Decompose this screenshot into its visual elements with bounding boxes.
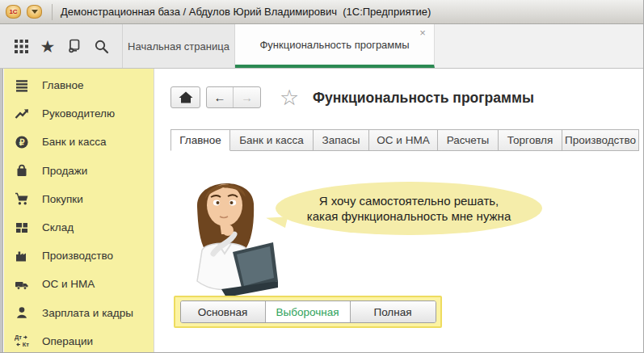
close-icon[interactable]: × — [417, 27, 428, 39]
back-arrow-icon: ← — [214, 90, 226, 104]
quick-toolbar: ★ — [0, 24, 123, 68]
home-button[interactable] — [170, 86, 200, 108]
section-panel: Главное Руководителю ₽ Банк и касса — [4, 69, 154, 352]
functionality-highlight-box: Основная Выборочная Полная — [174, 296, 442, 328]
svg-text:₽: ₽ — [19, 137, 25, 147]
sidebar-item-label: Главное — [42, 79, 84, 91]
history-nav-group: ← → — [206, 86, 261, 108]
home-icon — [179, 91, 193, 103]
star-outline-icon: ☆ — [280, 87, 299, 109]
star-icon: ★ — [40, 38, 56, 55]
grid-icon — [14, 39, 29, 54]
history-button[interactable] — [64, 36, 85, 57]
form-tab-fixed-assets[interactable]: ОС и НМА — [368, 129, 438, 151]
form-tab-strip: Главное Банк и касса Запасы ОС и НМА Рас… — [170, 129, 639, 151]
window-frame-edge — [0, 69, 3, 352]
cart-icon — [15, 191, 29, 206]
history-scroll-icon — [66, 38, 82, 54]
form-tab-inventory[interactable]: Запасы — [313, 129, 369, 151]
boxes-icon — [15, 221, 29, 235]
title-bar: 1С Демонстрационная база / Абдулов Юрий … — [0, 0, 644, 24]
form-tab-main[interactable]: Главное — [170, 129, 230, 151]
sidebar-item-operations[interactable]: Дт Кт Операции — [4, 327, 154, 353]
sidebar-item-label: Производство — [42, 250, 113, 262]
main-content: ← → ☆ Функциональность программы Главное… — [154, 69, 643, 352]
factory-icon — [15, 249, 29, 263]
mode-button-full[interactable]: Полная — [351, 301, 436, 322]
bubble-text-line2: какая функциональность мне нужна — [307, 208, 511, 224]
form-tab-settlements[interactable]: Расчеты — [437, 129, 499, 151]
tab-label: Функциональность программы — [259, 39, 409, 51]
tab-program-functionality[interactable]: Функциональность программы × — [235, 24, 435, 68]
form-tab-trade[interactable]: Торговля — [498, 129, 562, 151]
1c-logo-icon: 1С — [9, 9, 17, 15]
bubble-text-line1: Я хочу самостоятельно решать, — [319, 193, 499, 208]
person-icon — [15, 305, 29, 320]
sidebar-item-label: Руководителю — [42, 107, 115, 120]
sidebar-item-fixed-assets[interactable]: ОС и НМА — [4, 270, 154, 298]
sidebar-item-label: Склад — [42, 221, 74, 233]
tab-label: Начальная страница — [128, 40, 229, 53]
sidebar-item-manager[interactable]: Руководителю — [4, 99, 154, 128]
favorites-button[interactable]: ★ — [37, 36, 58, 57]
truck-icon — [15, 277, 29, 292]
sidebar-item-sales[interactable]: Продажи — [4, 157, 154, 185]
sidebar-item-bank-cash[interactable]: ₽ Банк и касса — [4, 128, 154, 156]
mode-button-basic[interactable]: Основная — [181, 301, 266, 322]
search-icon — [94, 39, 109, 54]
tab-home-page[interactable]: Начальная страница — [123, 24, 235, 68]
form-tab-production[interactable]: Производство — [562, 129, 639, 151]
back-button[interactable]: ← — [207, 87, 234, 107]
main-menu-button[interactable] — [27, 5, 42, 19]
functionality-mode-group: Основная Выборочная Полная — [180, 300, 436, 323]
sidebar-item-production[interactable]: Производство — [4, 242, 154, 270]
speech-bubble: Я хочу самостоятельно решать, какая функ… — [276, 182, 542, 235]
sidebar-item-main[interactable]: Главное — [4, 71, 154, 99]
window-title: Демонстрационная база / Абдулов Юрий Вла… — [61, 6, 431, 18]
app-logo-button[interactable]: 1С — [6, 5, 21, 19]
sidebar-item-label: Операции — [42, 335, 93, 347]
sidebar-item-label: Покупки — [42, 193, 83, 205]
mode-button-selective[interactable]: Выборочная — [266, 301, 351, 322]
debit-credit-icon: Дт Кт — [15, 334, 29, 348]
sidebar-item-warehouse[interactable]: Склад — [4, 213, 154, 242]
window-tab-bar: ★ Начальная страница Функциональность пр… — [0, 24, 644, 69]
sidebar-item-label: ОС и НМА — [42, 278, 95, 290]
sections-menu-button[interactable] — [11, 36, 32, 57]
form-tab-bank-cash[interactable]: Банк и касса — [229, 129, 314, 151]
search-button[interactable] — [90, 36, 112, 57]
sidebar-item-label: Зарплата и кадры — [42, 307, 133, 319]
sidebar-item-purchases[interactable]: Покупки — [4, 185, 154, 213]
trend-icon — [15, 107, 29, 121]
sidebar-item-salary-hr[interactable]: Зарплата и кадры — [4, 299, 154, 327]
add-to-favorites-button[interactable]: ☆ — [277, 86, 301, 110]
ruble-icon: ₽ — [15, 135, 29, 149]
forward-arrow-icon: → — [241, 90, 253, 104]
assistant-illustration — [173, 160, 282, 299]
app-window: 1С Демонстрационная база / Абдулов Юрий … — [0, 0, 644, 353]
sidebar-item-label: Продажи — [42, 165, 87, 177]
bag-icon — [15, 163, 29, 178]
forward-button[interactable]: → — [234, 87, 260, 107]
menu-icon — [15, 78, 29, 93]
page-title: Функциональность программы — [313, 90, 534, 107]
sidebar-item-label: Банк и касса — [42, 136, 107, 148]
chevron-down-icon — [32, 10, 38, 14]
titlebar-separator — [52, 4, 53, 20]
